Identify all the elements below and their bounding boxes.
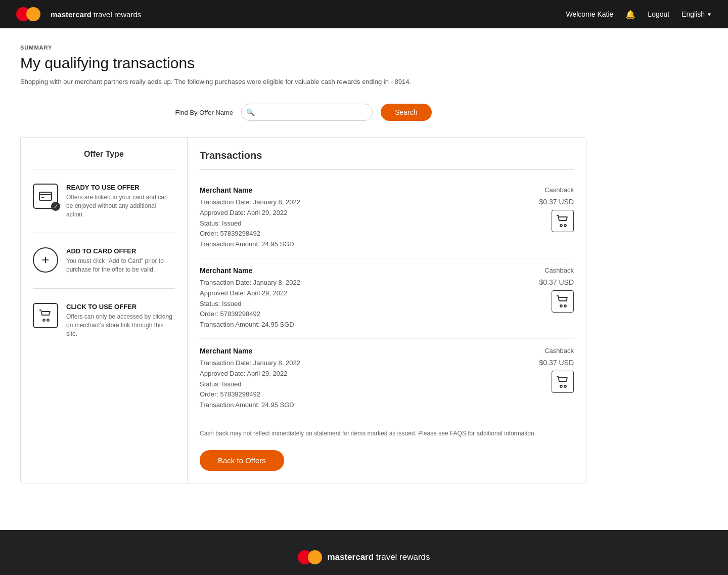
svg-point-9	[560, 305, 562, 307]
offer-click-text: CLICK TO USE OFFER Offers can only be ac…	[66, 303, 175, 338]
svg-point-12	[564, 385, 566, 387]
header-logo-area: mastercard travel rewards	[16, 7, 141, 21]
table-row: Merchant Name Transaction Date: January …	[200, 258, 574, 339]
page-title: My qualifying transactions	[20, 55, 586, 72]
search-row: Find By Offer Name 🔍 Search	[20, 104, 586, 121]
footer-brand: mastercard travel rewards	[327, 552, 430, 562]
welcome-text: Welcome Katie	[566, 10, 613, 18]
trans-right-1: Cashback $0.37 USD	[539, 186, 574, 232]
search-icon: 🔍	[246, 108, 255, 116]
check-badge: ✓	[51, 202, 60, 211]
svg-point-6	[47, 319, 49, 321]
trans-right-3: Cashback $0.37 USD	[539, 347, 574, 393]
page-subtitle: Shopping with our merchant partners real…	[20, 78, 586, 85]
chevron-down-icon: ▼	[707, 12, 712, 17]
search-label: Find By Offer Name	[175, 109, 234, 116]
trans-details-3: Transaction Date: January 8, 2022 Approv…	[200, 358, 300, 411]
offer-item-click: CLICK TO USE OFFER Offers can only be ac…	[33, 297, 175, 344]
search-input[interactable]	[241, 104, 373, 121]
offer-type-title: Offer Type	[33, 150, 175, 159]
logout-button[interactable]: Logout	[648, 10, 669, 18]
card-check-icon: ✓	[33, 184, 58, 209]
merchant-name-2: Merchant Name	[200, 267, 300, 275]
table-row: Merchant Name Transaction Date: January …	[200, 178, 574, 258]
svg-point-8	[564, 225, 566, 227]
content-grid: Offer Type ✓ READY TO USE OFFER Offers a…	[20, 137, 586, 483]
transactions-panel: Transactions Merchant Name Transaction D…	[188, 138, 586, 483]
transactions-title: Transactions	[200, 150, 574, 161]
footer: mastercard travel rewards This site is f…	[0, 530, 728, 575]
cart-click-icon	[33, 303, 58, 328]
language-selector[interactable]: English ▼	[681, 10, 712, 18]
offer-item-ready: ✓ READY TO USE OFFER Offers are linked t…	[33, 178, 175, 225]
header-brand: mastercard travel rewards	[51, 10, 141, 19]
svg-rect-0	[39, 192, 52, 200]
main-content: SUMMARY My qualifying transactions Shopp…	[0, 28, 607, 500]
search-input-wrap: 🔍	[241, 104, 373, 121]
svg-point-5	[43, 319, 45, 321]
trans-left-2: Merchant Name Transaction Date: January …	[200, 267, 300, 330]
offer-item-add: ADD TO CARD OFFER You must click "Add to…	[33, 241, 175, 280]
footer-mc-orange	[308, 550, 322, 564]
plus-circle-icon	[33, 247, 58, 273]
trans-right-2: Cashback $0.37 USD	[539, 267, 574, 313]
cashback-disclaimer: Cash back may not reflect immediately on…	[200, 429, 574, 438]
footer-logo-row: mastercard travel rewards	[16, 550, 712, 564]
mc-orange-circle	[26, 7, 40, 21]
header-nav: Welcome Katie 🔔 Logout English ▼	[566, 10, 712, 19]
offer-add-text: ADD TO CARD OFFER You must click "Add to…	[66, 247, 175, 274]
bell-icon[interactable]: 🔔	[625, 10, 635, 19]
header: mastercard travel rewards Welcome Katie …	[0, 0, 728, 28]
svg-point-11	[560, 385, 562, 387]
trans-left-3: Merchant Name Transaction Date: January …	[200, 347, 300, 411]
back-to-offers-button[interactable]: Back to Offers	[200, 450, 284, 471]
search-button[interactable]: Search	[381, 104, 431, 121]
summary-label: SUMMARY	[20, 45, 586, 51]
offer-type-panel: Offer Type ✓ READY TO USE OFFER Offers a…	[21, 138, 188, 483]
trans-details-2: Transaction Date: January 8, 2022 Approv…	[200, 278, 300, 330]
cart-icon-2	[552, 290, 574, 313]
merchant-name-3: Merchant Name	[200, 347, 300, 355]
mastercard-logo	[16, 7, 40, 21]
trans-details-1: Transaction Date: January 8, 2022 Approv…	[200, 197, 300, 250]
cart-icon-1	[552, 210, 574, 232]
svg-point-7	[560, 225, 562, 227]
footer-mc-logo	[298, 550, 322, 564]
trans-left-1: Merchant Name Transaction Date: January …	[200, 186, 300, 250]
merchant-name-1: Merchant Name	[200, 186, 300, 194]
offer-ready-text: READY TO USE OFFER Offers are linked to …	[66, 184, 175, 218]
table-row: Merchant Name Transaction Date: January …	[200, 339, 574, 419]
svg-point-10	[564, 305, 566, 307]
cart-icon-3	[552, 371, 574, 393]
